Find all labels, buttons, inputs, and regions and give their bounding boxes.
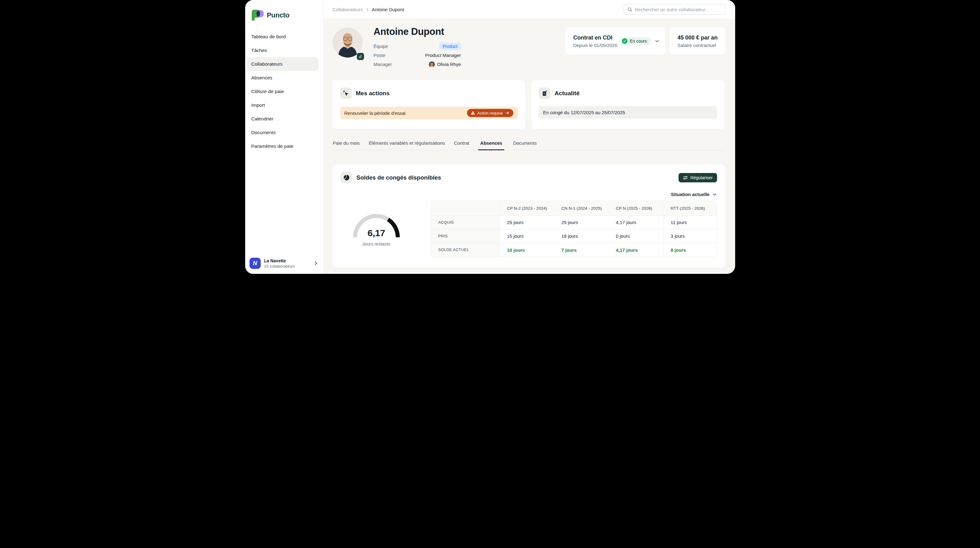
tab-contrat[interactable]: Contrat (453, 140, 469, 150)
row-header-solde-actuel: SOLDE ACTUEL (431, 243, 500, 257)
poste-value: Product Manager (425, 53, 461, 58)
salary-card: 45 000 € par an Salaire contractuel (670, 27, 725, 55)
newspaper-icon (539, 88, 550, 99)
organization-subtitle: 15 collaborateurs (264, 264, 295, 269)
news-item: En congé du 12/07/2025 au 25/07/2025 (539, 106, 717, 119)
salary-subtitle: Salaire contractuel (678, 43, 719, 48)
sidebar-item-label: Import (251, 102, 265, 108)
tab-label: Absences (480, 140, 503, 146)
employee-name: Antoine Dupont (374, 26, 444, 37)
sidebar-item-tableau-de-bord[interactable]: Tableau de bord (247, 30, 318, 43)
sliders-icon (683, 175, 688, 180)
field-label: Poste (374, 53, 385, 58)
chevron-right-icon (366, 8, 369, 11)
regularize-label: Régulariser (690, 175, 713, 180)
status-label: En cours (630, 38, 647, 43)
table-cell: 25 jours (500, 216, 554, 229)
salary-title: 45 000 € par an (678, 35, 719, 41)
tab-label: Documents (513, 140, 537, 146)
breadcrumb-current: Antoine Dupont (372, 7, 404, 12)
sidebar-item-collaborateurs[interactable]: Collaborateurs (247, 57, 318, 71)
profile-fields: Équipe Product Poste Product Manager Man… (374, 42, 461, 69)
action-item[interactable]: Renouveler la période d'essai Action req… (340, 107, 518, 119)
search-box[interactable] (624, 4, 725, 14)
organization-switcher[interactable]: N La Navette 15 collaborateurs (250, 258, 320, 269)
chevron-right-icon[interactable] (313, 261, 318, 266)
sidebar-item-import[interactable]: Import (247, 98, 318, 112)
search-input[interactable] (635, 7, 722, 12)
puncto-logo-icon (251, 10, 264, 21)
profile-avatar (332, 27, 363, 57)
sidebar-item-parametres-de-paie[interactable]: Paramètres de paie (247, 139, 318, 153)
actions-card-title: Mes actions (356, 90, 390, 97)
team-badge: Product (439, 43, 461, 50)
tab-elements-variables[interactable]: Éléments variables et régularisations (368, 140, 445, 150)
profile-tabs: Paie du mois Éléments variables et régul… (332, 140, 725, 150)
gauge-value: 6,17 (353, 228, 400, 238)
arrow-right-icon (505, 111, 510, 115)
action-required-button[interactable]: Action requise (467, 109, 513, 117)
sidebar-item-documents[interactable]: Documents (247, 126, 318, 139)
tab-absences[interactable]: Absences (478, 140, 504, 150)
organization-logo: N (250, 258, 261, 269)
sidebar-item-label: Tableau de bord (251, 34, 286, 40)
content: Antoine Dupont Équipe Product Poste Prod… (324, 27, 735, 268)
field-label: Manager (374, 62, 392, 67)
chevron-down-icon[interactable] (654, 38, 660, 44)
sidebar-item-label: Absences (251, 75, 272, 81)
table-cell: 7 jours (554, 243, 609, 257)
search-icon (627, 7, 633, 12)
gauge-label: Jours restants (362, 242, 390, 247)
summary-cards: Contrat en CDI Depuis le 01/05/2020 En c… (565, 27, 725, 55)
breadcrumb-collaborateurs[interactable]: Collaborateurs (332, 7, 363, 12)
regularize-button[interactable]: Régulariser (679, 173, 717, 182)
sidebar-item-taches[interactable]: Tâches (247, 43, 318, 57)
column-header: CP N-2 (2023 - 2024) (500, 201, 554, 216)
news-item-label: En congé du 12/07/2025 au 25/07/2025 (543, 110, 625, 115)
situation-filter[interactable]: Situation actuelle (340, 192, 717, 197)
row-header-pris: PRIS (431, 229, 500, 243)
profile-field-poste: Poste Product Manager (374, 51, 461, 60)
chevron-down-icon (712, 192, 717, 197)
contract-card: Contrat en CDI Depuis le 01/05/2020 En c… (565, 27, 665, 55)
leave-balance-table: CP N-2 (2023 - 2024) CN N-1 (2024 - 2025… (431, 201, 717, 257)
sidebar: Puncto Tableau de bord Tâches Collaborat… (245, 0, 324, 274)
contract-info: Contrat en CDI Depuis le 01/05/2020 (573, 35, 617, 48)
table-cell: 25 jours (554, 216, 609, 229)
table-cell: 0 jours (609, 229, 663, 243)
sidebar-item-absences[interactable]: Absences (247, 71, 318, 84)
table-cell: 15 jours (500, 229, 554, 243)
table-cell: 4,17 jours (609, 216, 663, 229)
tab-label: Éléments variables et régularisations (369, 140, 445, 146)
middle-cards: Mes actions Renouveler la période d'essa… (332, 80, 725, 129)
profile-field-manager: Manager Olivia Rhye (374, 60, 461, 69)
app-logo-text: Puncto (267, 11, 290, 19)
tab-label: Paie du mois (333, 140, 360, 146)
row-header-acquis: ACQUIS (431, 216, 500, 229)
pie-chart-icon (340, 172, 352, 183)
warning-icon (471, 111, 475, 115)
sidebar-item-cloture-de-paie[interactable]: Clôture de paie (247, 84, 318, 98)
tab-documents[interactable]: Documents (513, 140, 537, 150)
news-card-title: Actualité (555, 90, 580, 97)
contract-subtitle: Depuis le 01/05/2020 (573, 43, 617, 48)
column-header: CN N-1 (2024 - 2025) (554, 201, 609, 216)
news-card: Actualité En congé du 12/07/2025 au 25/0… (531, 80, 725, 129)
sidebar-item-calendrier[interactable]: Calendrier (247, 112, 318, 126)
action-required-label: Action requise (477, 111, 503, 115)
organization-info: La Navette 15 collaborateurs (264, 258, 295, 269)
edit-avatar-button[interactable] (357, 53, 364, 60)
tab-label: Contrat (454, 140, 469, 146)
column-header: RTT (2025 - 2026) (663, 201, 717, 216)
tab-paie-du-mois[interactable]: Paie du mois (332, 140, 360, 150)
table-cell: 18 jours (554, 229, 609, 243)
breadcrumb: Collaborateurs Antoine Dupont (332, 7, 404, 12)
actions-card: Mes actions Renouveler la période d'essa… (332, 80, 525, 129)
app-logo: Puncto (245, 0, 323, 21)
pencil-icon (358, 54, 363, 59)
main-area: Collaborateurs Antoine Dupont (324, 0, 735, 274)
profile-header: Antoine Dupont Équipe Product Poste Prod… (332, 27, 725, 76)
app-window: Puncto Tableau de bord Tâches Collaborat… (245, 0, 735, 274)
top-bar: Collaborateurs Antoine Dupont (324, 0, 735, 19)
sidebar-nav: Tableau de bord Tâches Collaborateurs Ab… (245, 21, 323, 153)
